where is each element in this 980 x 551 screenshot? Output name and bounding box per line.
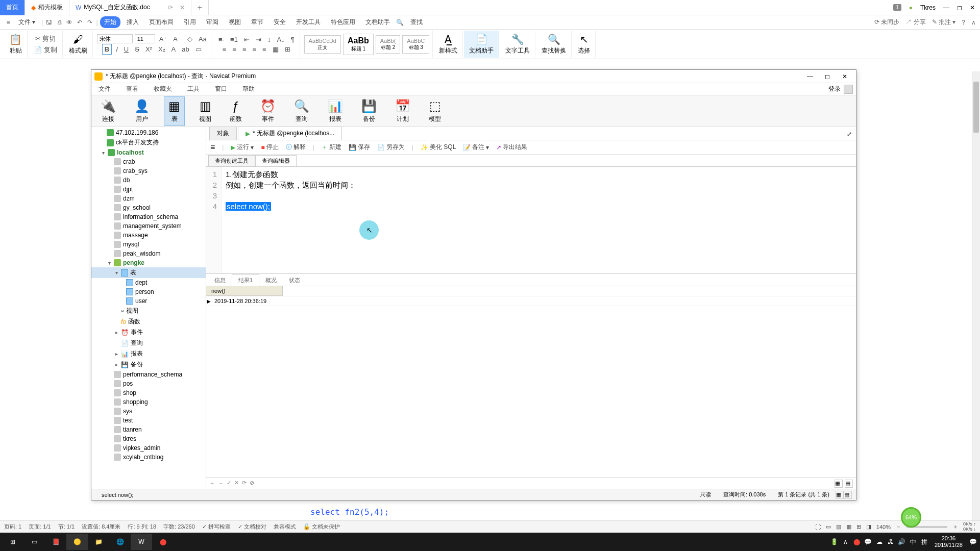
export-button[interactable]: ↗导出结果	[496, 143, 527, 152]
navicat-close-button[interactable]: ✕	[837, 71, 853, 82]
form-view-icon[interactable]: ▤	[845, 480, 853, 488]
tree-server-1[interactable]: 47.102.199.186	[91, 128, 206, 137]
copy-button[interactable]: 📄 复制	[32, 44, 59, 56]
nav-tool-schedule[interactable]: 📅计划	[391, 97, 414, 126]
tree-reports[interactable]: ▸📊 报表	[91, 348, 206, 359]
beautify-button[interactable]: ✨美化 SQL	[421, 143, 456, 152]
underline-button[interactable]: U	[122, 44, 131, 54]
help-icon[interactable]: ?	[962, 19, 965, 26]
paste-button[interactable]: 📋 粘贴	[7, 31, 24, 57]
tree-db-vipkes[interactable]: vipkes_admin	[91, 443, 206, 453]
align-center-icon[interactable]: ≡	[230, 44, 238, 54]
new-style-button[interactable]: А̲新样式	[437, 31, 459, 57]
tree-db-db[interactable]: db	[91, 176, 206, 185]
notification-badge[interactable]: 1	[893, 4, 901, 11]
nav-tool-report[interactable]: 📊报表	[324, 97, 347, 126]
doc-assist-button[interactable]: 📄文档助手	[467, 31, 496, 57]
navicat-maximize-button[interactable]: ◻	[819, 71, 836, 82]
nav-tool-table[interactable]: ▦表	[164, 96, 185, 126]
navicat-titlebar[interactable]: * 无标题 @pengke (localhost) - 查询 - Navicat…	[91, 70, 856, 83]
style-heading1[interactable]: AaBb标题 1	[343, 34, 374, 55]
wps-tab-add[interactable]: +	[191, 0, 209, 15]
new-button[interactable]: ＋新建	[322, 143, 341, 152]
highlight-button[interactable]: ab	[180, 44, 191, 54]
save-button[interactable]: 💾保存	[349, 143, 370, 152]
tree-db-mysql[interactable]: mysql	[91, 240, 206, 249]
result-grid[interactable]: now() ▶ 2019-11-28 20:36:19	[206, 286, 856, 478]
distribute-icon[interactable]: ≡	[260, 44, 268, 54]
nav-menu-help[interactable]: 帮助	[238, 83, 259, 95]
taskview-button[interactable]: ▭	[23, 534, 45, 550]
tray-up-icon[interactable]: ∧	[841, 537, 851, 547]
nav-menu-tools[interactable]: 工具	[183, 83, 204, 95]
select-button[interactable]: ↖选择	[576, 31, 592, 57]
remark-button[interactable]: 📝备注 ▾	[463, 143, 489, 152]
stop-refresh-icon[interactable]: ⊘	[250, 480, 254, 487]
status-rowcol[interactable]: 行: 9 列: 18	[128, 523, 156, 531]
taskbar-navicat[interactable]: 🟡	[66, 534, 88, 550]
strikethrough-button[interactable]: S	[133, 44, 141, 54]
tree-db-mgmtsys[interactable]: management_system	[91, 221, 206, 231]
stop-button[interactable]: ■停止	[261, 143, 278, 152]
wps-tab-template[interactable]: ◆稻壳模板	[25, 0, 69, 15]
unsync-label[interactable]: ⟳ 未同步	[874, 18, 899, 27]
tree-db-shopping[interactable]: shopping	[91, 397, 206, 407]
tree-db-massage[interactable]: massage	[91, 231, 206, 240]
change-case-icon[interactable]: Aa	[197, 34, 209, 44]
superscript-button[interactable]: X²	[143, 44, 154, 54]
tree-queries[interactable]: 📄 查询	[91, 338, 206, 348]
tree-db-xcylab[interactable]: xcylab_cntblog	[91, 453, 206, 462]
commit-icon[interactable]: ✓	[227, 480, 231, 487]
sort-icon[interactable]: A↓	[275, 35, 286, 44]
view-mode-3-icon[interactable]: ▦	[846, 523, 851, 530]
tree-db-test[interactable]: test	[91, 416, 206, 425]
preview-icon[interactable]: 👁	[65, 18, 74, 27]
start-button[interactable]: ⊞	[2, 534, 23, 550]
subtab-editor[interactable]: 查询编辑器	[255, 155, 297, 166]
status-page-num[interactable]: 页码: 1	[4, 523, 21, 531]
user-avatar-icon[interactable]: ●	[909, 4, 913, 11]
menu-reference[interactable]: 引用	[180, 16, 200, 28]
line-spacing-icon[interactable]: ↕	[265, 35, 273, 44]
status-form-icon[interactable]: ▤	[844, 491, 852, 499]
nav-tab-objects[interactable]: 对象	[209, 127, 237, 140]
subtab-builder[interactable]: 查询创建工具	[208, 155, 255, 166]
nav-tool-event[interactable]: ⏰事件	[256, 97, 280, 126]
cancel-icon[interactable]: ✕	[234, 480, 239, 487]
minimize-icon[interactable]: —	[943, 4, 949, 11]
tree-table-person[interactable]: person	[91, 287, 206, 296]
tree-tables[interactable]: ▾表	[91, 267, 206, 278]
tree-db-crab[interactable]: crab	[91, 157, 206, 166]
status-proofread[interactable]: ✓ 文档校对	[238, 523, 266, 531]
nav-menu-window[interactable]: 窗口	[211, 83, 231, 95]
style-normal[interactable]: AaBbCcDd正文	[304, 35, 341, 54]
nav-tool-model[interactable]: ⬚模型	[425, 97, 445, 126]
zoom-in-icon[interactable]: ＋	[952, 523, 958, 531]
fullscreen-icon[interactable]: ⛶	[815, 524, 821, 530]
number-list-icon[interactable]: ≡1	[228, 35, 240, 44]
tray-cloud-icon[interactable]: ☁	[874, 537, 885, 547]
result-tab-info[interactable]: 信息	[208, 275, 232, 286]
tree-table-dept[interactable]: dept	[91, 278, 206, 287]
tree-db-dzm[interactable]: dzm	[91, 194, 206, 203]
tree-db-djpt[interactable]: djpt	[91, 185, 206, 194]
menu-feature[interactable]: 特色应用	[327, 16, 359, 28]
tree-db-infoschema[interactable]: information_schema	[91, 212, 206, 221]
status-page[interactable]: 页面: 1/1	[29, 523, 51, 531]
menu-review[interactable]: 审阅	[202, 16, 223, 28]
result-tab-result1[interactable]: 结果1	[232, 274, 259, 286]
text-tool-button[interactable]: 🔧文字工具	[503, 31, 532, 57]
nav-tool-backup[interactable]: 💾备份	[357, 97, 381, 126]
subscript-button[interactable]: X₂	[156, 44, 167, 54]
borders-icon[interactable]: ⊞	[283, 44, 292, 54]
tree-db-peak[interactable]: peak_wisdom	[91, 249, 206, 258]
style-heading3[interactable]: AaBbC标题 3	[402, 35, 429, 54]
tray-red-icon[interactable]: ⬤	[852, 537, 862, 547]
nav-tool-view[interactable]: ▥视图	[195, 97, 215, 126]
nav-tool-user[interactable]: 👤用户	[130, 97, 154, 126]
menu-pagelayout[interactable]: 页面布局	[145, 16, 178, 28]
menu-view[interactable]: 视图	[225, 16, 245, 28]
view-mode-5-icon[interactable]: ◨	[866, 523, 871, 530]
increase-indent-icon[interactable]: ⇥	[254, 35, 263, 44]
navicat-tree[interactable]: 47.102.199.186 ck平台开发支持 ▾localhost crab …	[91, 127, 206, 489]
